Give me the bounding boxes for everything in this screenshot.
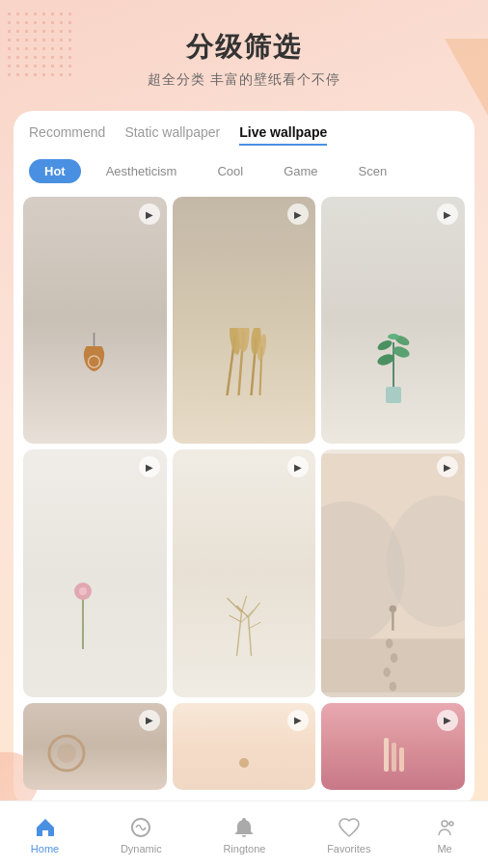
- page-subtitle: 超全分类 丰富的壁纸看个不停: [19, 71, 469, 89]
- svg-line-21: [227, 598, 241, 612]
- svg-line-23: [229, 615, 241, 622]
- svg-line-22: [241, 596, 246, 612]
- tab-live[interactable]: Live wallpape: [239, 124, 327, 146]
- svg-rect-44: [399, 747, 404, 772]
- svg-point-35: [391, 654, 397, 664]
- play-icon-4: ▶: [139, 456, 160, 477]
- svg-point-37: [390, 606, 396, 612]
- pill-hot[interactable]: Hot: [29, 159, 81, 183]
- play-icon-8: ▶: [287, 710, 309, 731]
- image-grid: ▶ ▶: [14, 191, 474, 796]
- nav-me[interactable]: Me: [420, 809, 469, 860]
- svg-rect-10: [386, 387, 401, 403]
- svg-rect-42: [384, 738, 389, 772]
- filter-pills: Hot Aestheticism Cool Game Scen: [14, 151, 474, 191]
- main-card: Recommend Static wallpaper Live wallpape…: [14, 111, 474, 807]
- svg-point-36: [386, 639, 393, 649]
- deco-dots: [5, 10, 82, 87]
- svg-rect-43: [392, 743, 396, 772]
- svg-line-20: [236, 612, 241, 656]
- grid-item-9[interactable]: ▶: [321, 703, 465, 790]
- nav-favorites-label: Favorites: [327, 843, 370, 854]
- ringtone-icon: [231, 815, 257, 840]
- nav-ringtone[interactable]: Ringtone: [211, 809, 277, 860]
- nav-home-label: Home: [31, 843, 59, 854]
- tab-bar: Recommend Static wallpaper Live wallpape: [14, 111, 474, 151]
- svg-point-33: [390, 682, 396, 692]
- pill-cool[interactable]: Cool: [202, 159, 258, 183]
- nav-favorites[interactable]: Favorites: [315, 809, 382, 860]
- pill-game[interactable]: Game: [268, 159, 333, 183]
- nav-dynamic-label: Dynamic: [121, 843, 162, 854]
- page-title: 分级筛选: [19, 29, 469, 66]
- nav-dynamic[interactable]: Dynamic: [109, 809, 174, 860]
- svg-point-46: [449, 822, 453, 826]
- svg-point-40: [57, 744, 76, 763]
- deco-triangle: [445, 39, 488, 116]
- nav-home[interactable]: Home: [19, 809, 70, 860]
- me-icon: [432, 815, 457, 840]
- svg-point-19: [79, 587, 87, 595]
- grid-item-5[interactable]: ▶: [173, 449, 316, 696]
- grid-item-4[interactable]: ▶: [23, 449, 167, 696]
- pill-scene[interactable]: Scen: [343, 159, 403, 183]
- bottom-nav: Home Dynamic Ringtone Favorites: [0, 800, 488, 868]
- play-icon-3: ▶: [437, 203, 458, 225]
- grid-item-3[interactable]: ▶: [321, 197, 465, 444]
- svg-point-41: [239, 758, 249, 768]
- play-icon-1: ▶: [139, 203, 160, 225]
- svg-line-27: [248, 603, 259, 617]
- svg-point-16: [388, 334, 399, 339]
- grid-item-8[interactable]: ▶: [173, 703, 316, 790]
- nav-ringtone-label: Ringtone: [223, 843, 265, 854]
- home-icon: [33, 815, 58, 840]
- svg-point-34: [384, 667, 391, 677]
- grid-item-6[interactable]: ▶: [321, 449, 465, 696]
- grid-item-1[interactable]: ▶: [23, 197, 167, 444]
- play-icon-7: ▶: [139, 710, 160, 731]
- svg-line-28: [248, 622, 260, 629]
- dynamic-icon: [128, 815, 153, 840]
- nav-me-label: Me: [437, 843, 451, 854]
- svg-point-45: [442, 821, 447, 827]
- svg-point-14: [376, 339, 393, 352]
- svg-line-25: [248, 617, 251, 656]
- pill-aestheticism[interactable]: Aestheticism: [91, 159, 193, 183]
- grid-item-2[interactable]: ▶: [173, 197, 316, 444]
- favorites-icon: [337, 815, 362, 840]
- tab-recommend[interactable]: Recommend: [29, 124, 105, 146]
- grid-item-7[interactable]: ▶: [23, 703, 167, 790]
- play-icon-9: ▶: [437, 710, 458, 731]
- tab-static[interactable]: Static wallpaper: [124, 124, 220, 146]
